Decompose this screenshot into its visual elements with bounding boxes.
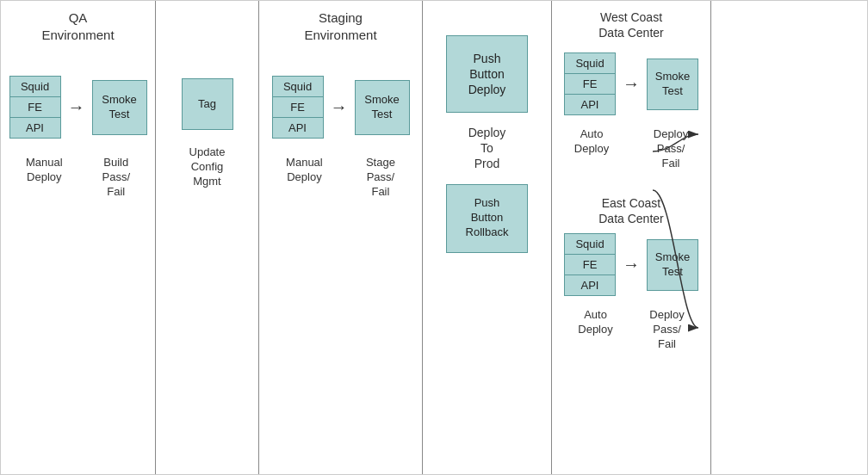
staging-manual-deploy-label: Manual Deploy xyxy=(286,156,323,200)
east-title: East Coast Data Center xyxy=(564,195,698,226)
qa-section: QA Environment Squid FE API → Smoke Test… xyxy=(1,1,156,474)
east-arrow: → xyxy=(623,255,640,275)
prod-section: Push Button Deploy Deploy To Prod Push B… xyxy=(423,1,552,474)
staging-api: API xyxy=(273,118,323,138)
west-squid: Squid xyxy=(565,53,615,74)
qa-manual-deploy-label: Manual Deploy xyxy=(26,156,63,200)
west-top-row: Squid FE API → Smoke Test xyxy=(564,52,698,115)
west-stack: Squid FE API xyxy=(564,52,616,115)
qa-smoke-test: Smoke Test xyxy=(92,80,147,135)
pipeline-diagram: QA Environment Squid FE API → Smoke Test… xyxy=(0,0,868,475)
west-smoke-test: Smoke Test xyxy=(647,59,698,110)
staging-stack: Squid FE API xyxy=(272,76,324,139)
staging-arrow: → xyxy=(331,97,348,117)
west-title: West Coast Data Center xyxy=(598,9,663,40)
east-smoke-test: Smoke Test xyxy=(647,239,698,291)
east-stack: Squid FE API xyxy=(564,233,616,296)
west-api: API xyxy=(565,95,615,114)
staging-squid: Squid xyxy=(273,77,323,97)
tag-box: Tag xyxy=(182,78,233,130)
staging-section: Staging Environment Squid FE API → Smoke… xyxy=(259,1,423,474)
qa-stack: Squid FE API xyxy=(9,76,61,139)
qa-fe: FE xyxy=(10,97,60,118)
qa-build-pass-fail-label: Build Pass/ Fail xyxy=(102,156,131,200)
staging-top-row: Squid FE API → Smoke Test xyxy=(272,76,410,139)
west-section: West Coast Data Center Squid FE API → Sm… xyxy=(552,1,711,474)
staging-fe: FE xyxy=(273,97,323,118)
deploy-to-prod-label: Deploy To Prod xyxy=(446,125,528,172)
west-auto-deploy-label: Auto Deploy xyxy=(574,127,609,171)
east-labels-row: Auto Deploy Deploy Pass/ Fail xyxy=(564,303,698,352)
qa-top-row: Squid FE API → Smoke Test xyxy=(9,76,147,139)
west-deploy-pass-fail-label: Deploy Pass/ Fail xyxy=(654,127,688,171)
west-arrow: → xyxy=(623,74,640,94)
prod-content: Push Button Deploy Deploy To Prod Push B… xyxy=(446,35,528,253)
staging-title: Staging Environment xyxy=(304,9,376,43)
qa-api: API xyxy=(10,118,60,138)
east-squid: Squid xyxy=(565,234,615,255)
qa-arrow: → xyxy=(68,97,85,117)
push-button-rollback-box: Push Button Rollback xyxy=(446,184,528,253)
push-button-deploy-box: Push Button Deploy xyxy=(446,35,528,113)
qa-title: QA Environment xyxy=(41,9,114,43)
staging-smoke-test: Smoke Test xyxy=(355,80,410,135)
east-fe: FE xyxy=(565,255,615,275)
qa-squid: Squid xyxy=(10,77,60,97)
east-auto-deploy-label: Auto Deploy xyxy=(578,308,612,352)
west-labels-row: Auto Deploy Deploy Pass/ Fail xyxy=(556,122,706,171)
staging-labels-row: Manual Deploy Stage Pass/ Fail xyxy=(264,151,418,200)
east-title-area: East Coast Data Center Squid FE API → Sm… xyxy=(564,188,698,352)
update-config-label: Update Config Mgmt xyxy=(189,145,226,189)
east-top-row: Squid FE API → Smoke Test xyxy=(564,233,698,296)
east-deploy-pass-fail-label: Deploy Pass/ Fail xyxy=(649,308,684,352)
staging-pass-fail-label: Stage Pass/ Fail xyxy=(366,156,395,200)
tag-section: Tag Update Config Mgmt xyxy=(156,1,259,474)
qa-labels-row: Manual Deploy Build Pass/ Fail xyxy=(5,151,151,200)
east-api: API xyxy=(565,275,615,295)
west-fe: FE xyxy=(565,74,615,95)
